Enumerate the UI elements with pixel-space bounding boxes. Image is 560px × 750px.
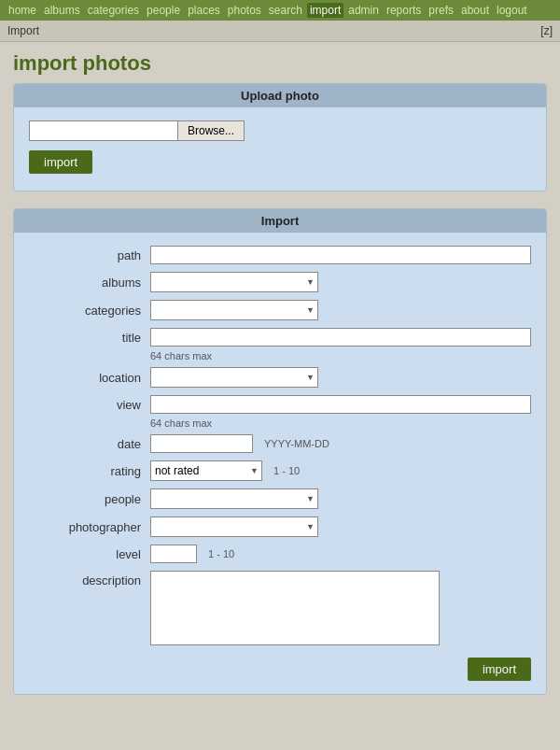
browse-button[interactable]: Browse...	[178, 120, 245, 141]
rating-select[interactable]: not rated 1 2 3 4 5 6 7 8 9 10	[150, 460, 262, 481]
upload-panel-header: Upload photo	[14, 84, 546, 107]
nav-import[interactable]: import	[307, 3, 343, 18]
bottom-button-row: import	[29, 658, 531, 681]
path-row: path	[29, 246, 531, 264]
location-select-wrapper	[150, 367, 318, 388]
breadcrumb: Import	[7, 24, 39, 37]
people-select-wrapper	[150, 488, 318, 509]
file-input-box	[29, 120, 178, 141]
nav-logout[interactable]: logout	[494, 3, 530, 18]
nav-people[interactable]: people	[144, 3, 183, 18]
nav-places[interactable]: places	[185, 3, 223, 18]
top-navigation: home albums categories people places pho…	[0, 0, 560, 21]
view-hint: 64 chars max	[29, 417, 531, 429]
page-title: import photos	[0, 42, 560, 83]
categories-field	[150, 300, 531, 320]
photographer-select[interactable]	[150, 517, 318, 537]
people-select[interactable]	[150, 488, 318, 509]
title-row: title	[29, 328, 531, 347]
nav-admin[interactable]: admin	[345, 3, 382, 18]
nav-prefs[interactable]: prefs	[426, 3, 456, 18]
albums-row: albums	[29, 272, 531, 292]
path-field	[150, 246, 531, 264]
level-label: level	[29, 547, 150, 561]
people-field	[150, 488, 531, 509]
location-label: location	[29, 371, 150, 385]
view-row: view	[29, 395, 531, 414]
upload-row: Browse...	[29, 120, 531, 141]
categories-label: categories	[29, 304, 150, 318]
location-select[interactable]	[150, 367, 318, 388]
description-row: description	[29, 571, 531, 648]
level-hint: 1 - 10	[208, 548, 234, 559]
location-field	[150, 367, 531, 388]
view-input[interactable]	[150, 395, 531, 414]
nav-home[interactable]: home	[6, 3, 39, 18]
date-row: date YYYY-MM-DD	[29, 434, 531, 453]
import-button[interactable]: import	[468, 658, 531, 681]
upload-import-button[interactable]: import	[29, 150, 92, 174]
date-label: date	[29, 437, 150, 451]
path-label: path	[29, 248, 150, 262]
rating-hint: 1 - 10	[273, 465, 300, 476]
title-hint: 64 chars max	[29, 350, 531, 361]
import-panel-header: Import	[14, 209, 546, 233]
breadcrumb-shortcut: [z]	[540, 24, 553, 37]
albums-select-wrapper	[150, 272, 318, 292]
nav-reports[interactable]: reports	[384, 3, 424, 18]
categories-select[interactable]	[150, 300, 318, 320]
date-format-hint: YYYY-MM-DD	[264, 438, 329, 449]
albums-label: albums	[29, 276, 150, 290]
photographer-row: photographer	[29, 517, 531, 537]
title-field	[150, 328, 531, 347]
title-label: title	[29, 331, 150, 345]
rating-field: not rated 1 2 3 4 5 6 7 8 9 10	[150, 460, 531, 481]
rating-row: rating not rated 1 2 3 4 5 6	[29, 460, 531, 481]
rating-select-wrapper: not rated 1 2 3 4 5 6 7 8 9 10	[150, 460, 262, 481]
date-field: YYYY-MM-DD	[150, 434, 531, 453]
nav-search[interactable]: search	[266, 3, 305, 18]
import-panel: Import path albums	[13, 208, 547, 695]
rating-label: rating	[29, 464, 150, 478]
location-row: location	[29, 367, 531, 388]
categories-select-wrapper	[150, 300, 318, 320]
view-field	[150, 395, 531, 414]
nav-categories[interactable]: categories	[85, 3, 142, 18]
upload-panel-body: Browse... import	[14, 107, 546, 191]
nav-albums[interactable]: albums	[41, 3, 83, 18]
photographer-field	[150, 517, 531, 537]
date-input[interactable]	[150, 434, 253, 453]
nav-photos[interactable]: photos	[225, 3, 264, 18]
rating-wrapper: not rated 1 2 3 4 5 6 7 8 9 10	[150, 460, 531, 481]
albums-select[interactable]	[150, 272, 318, 292]
albums-field	[150, 272, 531, 292]
view-label: view	[29, 398, 150, 412]
level-row: level 1 - 10	[29, 545, 531, 563]
photographer-select-wrapper	[150, 517, 318, 537]
upload-panel: Upload photo Browse... import	[13, 83, 547, 191]
description-field	[150, 571, 531, 648]
people-row: people	[29, 488, 531, 509]
title-input[interactable]	[150, 328, 531, 347]
description-label: description	[29, 571, 150, 587]
content-area: Upload photo Browse... import Import pat…	[0, 83, 560, 725]
import-panel-body: path albums categories	[14, 233, 546, 694]
breadcrumb-bar: Import [z]	[0, 21, 560, 42]
categories-row: categories	[29, 300, 531, 320]
people-label: people	[29, 492, 150, 506]
nav-about[interactable]: about	[458, 3, 492, 18]
level-field: 1 - 10	[150, 545, 531, 563]
description-textarea[interactable]	[150, 571, 440, 645]
level-input[interactable]	[150, 545, 197, 563]
photographer-label: photographer	[29, 520, 150, 534]
path-input[interactable]	[150, 246, 531, 264]
